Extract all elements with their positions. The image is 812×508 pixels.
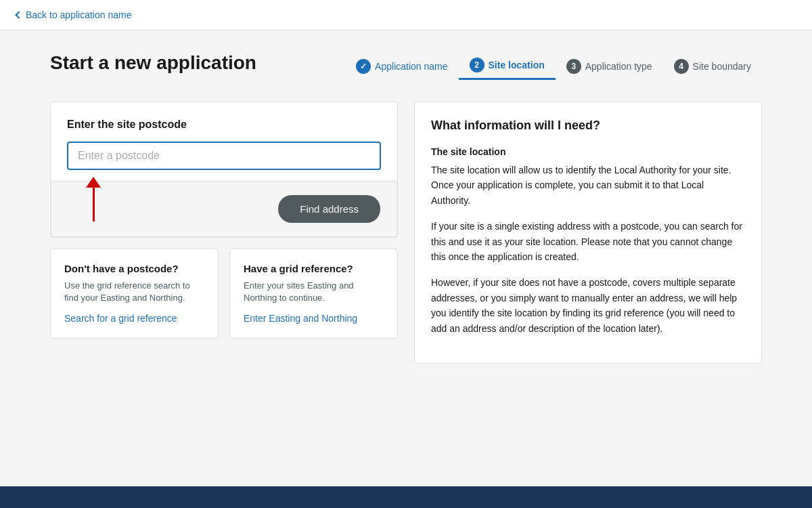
postcode-card: Enter the site postcode Find address: [50, 102, 398, 238]
step-1-number: ✓: [356, 59, 371, 74]
right-panel: What information will I need? The site l…: [414, 102, 762, 364]
back-link[interactable]: Back to application name: [16, 9, 131, 20]
step-1-label: Application name: [375, 61, 447, 72]
chevron-left-icon: [15, 11, 22, 18]
step-3-number: 3: [566, 59, 581, 74]
info-card-title: What information will I need?: [431, 119, 745, 133]
step-4-number: 4: [674, 59, 689, 74]
info-paragraph-1: The site location will allow us to ident…: [431, 163, 745, 208]
step-3-label: Application type: [585, 61, 652, 72]
footer-bar: [0, 486, 812, 508]
content-grid: Enter the site postcode Find address: [50, 102, 762, 364]
small-cards-grid: Don't have a postcode? Use the grid refe…: [50, 249, 398, 339]
grid-ref-desc: Enter your sites Easting and Northing to…: [244, 280, 384, 304]
info-section-title: The site location: [431, 146, 745, 157]
easting-northing-link[interactable]: Enter Easting and Northing: [244, 313, 357, 324]
step-2-label: Site location: [489, 60, 545, 70]
page-header: Start a new application ✓ Application na…: [50, 52, 762, 80]
find-address-button[interactable]: Find address: [278, 195, 380, 223]
stepper: ✓ Application name 2 Site location 3 App…: [345, 52, 762, 80]
no-postcode-card: Don't have a postcode? Use the grid refe…: [50, 249, 219, 339]
step-site-location[interactable]: 2 Site location: [459, 52, 556, 80]
back-link-label: Back to application name: [26, 9, 131, 20]
left-panel: Enter the site postcode Find address: [50, 102, 398, 364]
step-4-label: Site boundary: [693, 61, 751, 72]
step-application-name[interactable]: ✓ Application name: [345, 54, 458, 79]
step-site-boundary[interactable]: 4 Site boundary: [663, 54, 762, 79]
grid-reference-link[interactable]: Search for a grid reference: [64, 313, 177, 324]
main-content: Start a new application ✓ Application na…: [34, 30, 778, 385]
info-paragraph-3: However, if your site does not have a po…: [431, 275, 745, 336]
page-title: Start a new application: [50, 52, 256, 74]
grid-ref-card: Have a grid reference? Enter your sites …: [229, 249, 398, 339]
step-2-number: 2: [470, 58, 484, 72]
postcode-wrapper: [67, 142, 381, 170]
grid-ref-title: Have a grid reference?: [244, 263, 384, 274]
postcode-card-inner: Enter the site postcode Find address: [67, 119, 381, 237]
no-postcode-desc: Use the grid reference search to find yo…: [64, 280, 204, 304]
info-paragraph-2: If your site is a single existing addres…: [431, 219, 745, 264]
find-address-section: Find address: [51, 181, 397, 237]
check-icon: ✓: [360, 62, 367, 71]
top-navigation: Back to application name: [0, 0, 812, 30]
info-card: What information will I need? The site l…: [414, 102, 762, 364]
step-application-type[interactable]: 3 Application type: [556, 54, 663, 79]
postcode-input[interactable]: [67, 142, 381, 170]
no-postcode-title: Don't have a postcode?: [64, 263, 204, 274]
postcode-card-title: Enter the site postcode: [67, 119, 381, 131]
